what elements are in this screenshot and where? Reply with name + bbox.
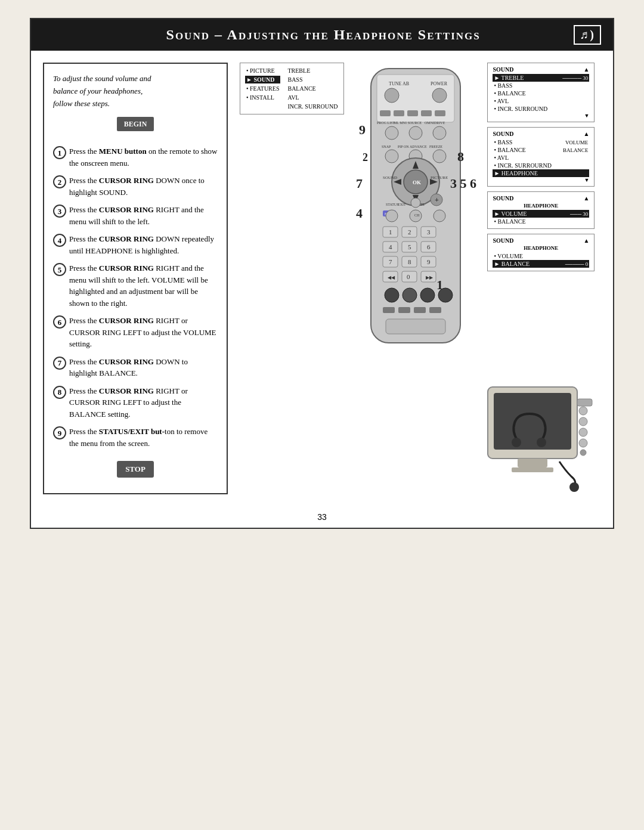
step-9: 9 Press the STATUS/EXIT but-ton to remov… xyxy=(53,426,218,449)
step-num-4: 4 xyxy=(53,234,66,247)
tv-screen-sound-title-1: SOUND ▲ xyxy=(493,66,589,73)
step-text-8: Press the CURSOR RING RIGHT or CURSOR RI… xyxy=(69,385,218,420)
svg-text:8: 8 xyxy=(457,149,464,164)
stop-badge: STOP xyxy=(117,461,154,478)
svg-rect-82 xyxy=(414,307,426,313)
tv-screen-treble: ► TREBLE ───── 30 xyxy=(493,74,589,82)
svg-rect-86 xyxy=(494,393,571,450)
page-title: Sound – Adjusting the Headphone Settings xyxy=(73,27,574,43)
tv-image-area xyxy=(240,375,601,494)
svg-point-96 xyxy=(512,438,521,447)
step-7: 7 Press the CURSOR RING DOWN to highligh… xyxy=(53,356,218,379)
step-num-5: 5 xyxy=(53,263,66,276)
svg-rect-6 xyxy=(380,110,391,116)
page-container: Sound – Adjusting the Headphone Settings… xyxy=(30,18,614,529)
svg-point-37 xyxy=(386,210,398,222)
begin-badge: BEGIN xyxy=(117,117,154,131)
step-5: 5 Press the CURSOR RING RIGHT and the me… xyxy=(53,262,218,309)
svg-text:+: + xyxy=(435,196,439,204)
svg-point-16 xyxy=(433,126,446,140)
menu-item-sound: ► SOUND xyxy=(245,76,280,83)
tv-screen-balance-1: • BALANCE xyxy=(493,89,589,97)
menu-item-picture: • PICTURE xyxy=(245,67,280,75)
step-text-1: Press the MENU button on the remote to s… xyxy=(69,145,218,169)
menu-item-bass: BASS xyxy=(286,76,339,83)
svg-text:3 5 6: 3 5 6 xyxy=(450,176,476,191)
remote-svg: TUNE AB POWER PROG LIST xyxy=(353,63,478,361)
tv-screen-hphone-bal-title: SOUND ▲ xyxy=(493,237,589,244)
svg-point-43 xyxy=(411,198,420,208)
svg-rect-81 xyxy=(398,307,410,313)
svg-rect-10 xyxy=(435,110,445,116)
step-text-3: Press the CURSOR RING RIGHT and the menu… xyxy=(69,204,218,227)
tv-screen-headphone: ► HEADPHONE xyxy=(493,169,589,177)
svg-point-92 xyxy=(579,428,587,436)
svg-text:4: 4 xyxy=(356,206,363,221)
step-1: 1 Press the MENU button on the remote to… xyxy=(53,145,218,169)
step-2: 2 Press the CURSOR RING DOWN once to hig… xyxy=(53,175,218,198)
menu-screen-1: • PICTURE ► SOUND • FEATURES • INSTALL T… xyxy=(240,63,344,114)
svg-text:SNAP: SNAP xyxy=(382,145,391,148)
tv-screen-headphone-vol: SOUND ▲ HEADPHONE ► VOLUME ─── 30 • BALA… xyxy=(487,191,595,229)
svg-text:2: 2 xyxy=(363,151,368,163)
step-num-7: 7 xyxy=(53,357,66,370)
menu-item-features: • FEATURES xyxy=(245,85,280,92)
svg-point-95 xyxy=(569,482,579,492)
step-num-3: 3 xyxy=(53,205,66,218)
step-num-2: 2 xyxy=(53,175,66,188)
tv-screen-volume-item: ► VOLUME ─── 30 xyxy=(493,210,589,218)
tv-screen-avl-1: • AVL xyxy=(493,97,589,105)
svg-text:5: 5 xyxy=(408,243,411,250)
menu-col-right: TREBLE BASS BALANCE AVL INCR. SURROUND xyxy=(286,67,339,110)
svg-text:8: 8 xyxy=(408,258,411,265)
tv-screen-bass-1: • BASS xyxy=(493,82,589,89)
svg-text:3: 3 xyxy=(427,228,431,236)
svg-rect-9 xyxy=(421,110,432,116)
menu-item-install: • INSTALL xyxy=(245,94,280,101)
tv-screen-incr-1: • INCR. SURROUND xyxy=(493,105,589,113)
svg-rect-7 xyxy=(394,110,404,116)
step-num-8: 8 xyxy=(53,386,66,399)
tv-screen-incr-2: • INCR. SURROURND xyxy=(493,162,589,169)
svg-text:FREEZE: FREEZE xyxy=(429,145,442,148)
step-num-1: 1 xyxy=(53,146,66,159)
svg-point-39 xyxy=(434,210,445,222)
tv-screen-balance-2: • BALANCEBALANCE xyxy=(493,146,589,154)
menu-item-avl: AVL xyxy=(286,94,339,101)
svg-text:STATUS: STATUS xyxy=(386,203,399,206)
svg-text:9: 9 xyxy=(427,258,431,265)
tv-screen-bass-2: • BASSVOLUME xyxy=(493,138,589,146)
step-6: 6 Press the CURSOR RING RIGHT or CURSOR … xyxy=(53,315,218,350)
svg-text:PIP ON: PIP ON xyxy=(398,145,409,148)
svg-text:POWER: POWER xyxy=(431,81,448,86)
tv-screen-balance-item: ► BALANCE ───── 0 xyxy=(493,260,589,268)
step-text-7: Press the CURSOR RING DOWN to highlight … xyxy=(69,356,218,379)
step-3: 3 Press the CURSOR RING RIGHT and the me… xyxy=(53,204,218,227)
step-4: 4 Press the CURSOR RING DOWN repeatedly … xyxy=(53,233,218,256)
svg-text:OMNIDRIVE: OMNIDRIVE xyxy=(425,121,445,125)
tv-monitor-svg xyxy=(482,375,601,494)
svg-text:9: 9 xyxy=(359,122,366,137)
svg-rect-87 xyxy=(518,459,547,467)
svg-text:TUNE AB: TUNE AB xyxy=(389,81,409,86)
step-8: 8 Press the CURSOR RING RIGHT or CURSOR … xyxy=(53,385,218,420)
svg-point-4 xyxy=(385,88,399,103)
step-num-6: 6 xyxy=(53,315,66,329)
svg-text:1: 1 xyxy=(389,228,392,236)
tv-screen-headphone-bal: SOUND ▲ HEADPHONE • VOLUME ► BALANCE ───… xyxy=(487,234,595,271)
step-text-6: Press the CURSOR RING RIGHT or CURSOR RI… xyxy=(69,315,218,350)
svg-point-93 xyxy=(579,439,587,447)
tv-screen-avl-2: • AVL xyxy=(493,154,589,162)
svg-text:OK: OK xyxy=(413,179,421,185)
headphone-icon: ♬) xyxy=(574,25,601,45)
svg-text:0: 0 xyxy=(407,273,410,280)
tv-screens-column: SOUND ▲ ► TREBLE ───── 30 • BASS • BALAN… xyxy=(487,63,595,271)
svg-text:4: 4 xyxy=(389,243,392,250)
tv-screen-balance-3: • BALANCE xyxy=(493,218,589,225)
tv-screen-sound-2: SOUND ▲ • BASSVOLUME • BALANCEBALANCE • … xyxy=(487,127,595,187)
right-panel: • PICTURE ► SOUND • FEATURES • INSTALL T… xyxy=(240,63,601,494)
svg-text:EXIT: EXIT xyxy=(398,203,406,206)
menu-item-treble: TREBLE xyxy=(286,67,339,75)
left-panel: To adjust the sound volume and balance o… xyxy=(43,63,228,494)
menu-item-incr: INCR. SURROUND xyxy=(286,103,339,110)
